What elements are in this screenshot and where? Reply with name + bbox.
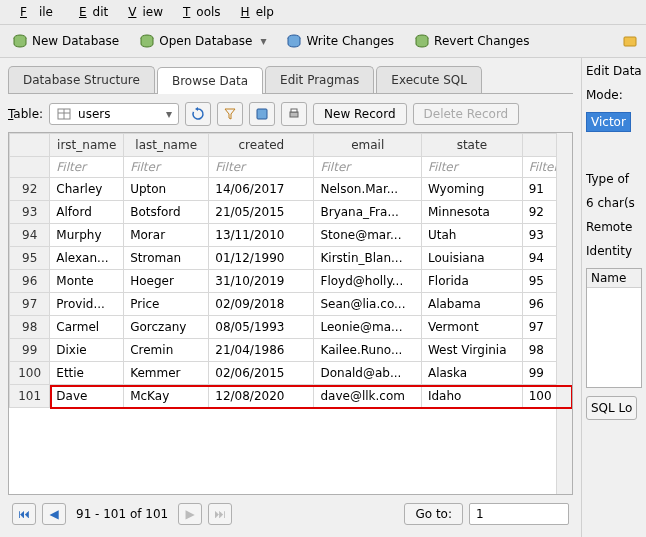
filter-email[interactable]: Filter	[314, 157, 421, 178]
cell[interactable]: McKay	[124, 385, 209, 408]
cell[interactable]: Stone@mar...	[314, 224, 421, 247]
cell[interactable]: Kemmer	[124, 362, 209, 385]
cell[interactable]: Charley	[50, 178, 124, 201]
tab-database-structure[interactable]: Database Structure	[8, 66, 155, 93]
cell[interactable]: Alexan...	[50, 247, 124, 270]
menu-view[interactable]: View	[116, 3, 169, 21]
cell[interactable]: Leonie@ma...	[314, 316, 421, 339]
cell[interactable]: Kirstin_Blan...	[314, 247, 421, 270]
save-button[interactable]	[249, 102, 275, 126]
filter-created[interactable]: Filter	[209, 157, 314, 178]
cell[interactable]: 94	[10, 224, 50, 247]
table-row[interactable]: 101DaveMcKay12/08/2020dave@llk.comIdaho1…	[10, 385, 572, 408]
cell[interactable]: Dave	[50, 385, 124, 408]
remote-list[interactable]: Name	[586, 268, 642, 388]
first-page-button[interactable]: ⏮	[12, 503, 36, 525]
cell[interactable]: Wyoming	[421, 178, 522, 201]
cell[interactable]: Gorczany	[124, 316, 209, 339]
cell[interactable]: Donald@ab...	[314, 362, 421, 385]
print-button[interactable]	[281, 102, 307, 126]
col-first-name[interactable]: irst_name	[50, 134, 124, 157]
attach-icon[interactable]	[622, 33, 638, 49]
cell-value[interactable]: Victor	[586, 112, 631, 132]
table-row[interactable]: 95Alexan...Stroman01/12/1990Kirstin_Blan…	[10, 247, 572, 270]
cell[interactable]: 02/09/2018	[209, 293, 314, 316]
cell[interactable]: Floyd@holly...	[314, 270, 421, 293]
col-created[interactable]: created	[209, 134, 314, 157]
filter-first-name[interactable]: Filter	[50, 157, 124, 178]
cell[interactable]: 100	[10, 362, 50, 385]
cell[interactable]: 01/12/1990	[209, 247, 314, 270]
new-record-button[interactable]: New Record	[313, 103, 406, 125]
cell[interactable]: Upton	[124, 178, 209, 201]
cell[interactable]: Kailee.Runo...	[314, 339, 421, 362]
cell[interactable]: 98	[10, 316, 50, 339]
cell[interactable]: 97	[10, 293, 50, 316]
table-combo[interactable]: users ▾	[49, 103, 179, 125]
cell[interactable]: 13/11/2010	[209, 224, 314, 247]
tab-execute-sql[interactable]: Execute SQL	[376, 66, 482, 93]
cell[interactable]: 12/08/2020	[209, 385, 314, 408]
cell[interactable]: 21/04/1986	[209, 339, 314, 362]
prev-page-button[interactable]: ◀	[42, 503, 66, 525]
cell[interactable]: 14/06/2017	[209, 178, 314, 201]
tab-edit-pragmas[interactable]: Edit Pragmas	[265, 66, 374, 93]
filter-last-name[interactable]: Filter	[124, 157, 209, 178]
cell[interactable]: Florida	[421, 270, 522, 293]
cell[interactable]: 92	[10, 178, 50, 201]
table-row[interactable]: 93AlfordBotsford21/05/2015Bryana_Fra...M…	[10, 201, 572, 224]
cell[interactable]: Idaho	[421, 385, 522, 408]
cell[interactable]: Price	[124, 293, 209, 316]
menu-tools[interactable]: Tools	[171, 3, 227, 21]
cell[interactable]: Hoeger	[124, 270, 209, 293]
col-state[interactable]: state	[421, 134, 522, 157]
clear-filter-button[interactable]	[217, 102, 243, 126]
cell[interactable]: Minnesota	[421, 201, 522, 224]
cell[interactable]: 93	[10, 201, 50, 224]
cell[interactable]: dave@llk.com	[314, 385, 421, 408]
cell[interactable]: Alaska	[421, 362, 522, 385]
col-email[interactable]: email	[314, 134, 421, 157]
vertical-scrollbar[interactable]	[556, 133, 572, 494]
sql-log-button[interactable]: SQL Lo	[586, 396, 637, 420]
cell[interactable]: 31/10/2019	[209, 270, 314, 293]
cell[interactable]: Dixie	[50, 339, 124, 362]
cell[interactable]: 101	[10, 385, 50, 408]
menu-help[interactable]: Help	[229, 3, 280, 21]
cell[interactable]: 95	[10, 247, 50, 270]
table-row[interactable]: 94MurphyMorar13/11/2010Stone@mar...Utah9…	[10, 224, 572, 247]
cell[interactable]: Alabama	[421, 293, 522, 316]
cell[interactable]: 96	[10, 270, 50, 293]
cell[interactable]: Carmel	[50, 316, 124, 339]
goto-button[interactable]: Go to:	[404, 503, 463, 525]
refresh-button[interactable]	[185, 102, 211, 126]
dropdown-icon[interactable]: ▾	[260, 34, 266, 48]
cell[interactable]: Sean@lia.co...	[314, 293, 421, 316]
table-row[interactable]: 97Provid...Price02/09/2018Sean@lia.co...…	[10, 293, 572, 316]
table-row[interactable]: 99DixieCremin21/04/1986Kailee.Runo...Wes…	[10, 339, 572, 362]
cell[interactable]: Ettie	[50, 362, 124, 385]
menu-edit[interactable]: Edit	[67, 3, 114, 21]
col-last-name[interactable]: last_name	[124, 134, 209, 157]
cell[interactable]: Nelson.Mar...	[314, 178, 421, 201]
cell[interactable]: West Virginia	[421, 339, 522, 362]
cell[interactable]: Alford	[50, 201, 124, 224]
cell[interactable]: Bryana_Fra...	[314, 201, 421, 224]
cell[interactable]: Stroman	[124, 247, 209, 270]
table-row[interactable]: 100EttieKemmer02/06/2015Donald@ab...Alas…	[10, 362, 572, 385]
cell[interactable]: 21/05/2015	[209, 201, 314, 224]
name-column-header[interactable]: Name	[587, 269, 641, 288]
revert-changes-button[interactable]: Revert Changes	[410, 31, 533, 51]
col-rownum[interactable]	[10, 134, 50, 157]
cell[interactable]: Provid...	[50, 293, 124, 316]
cell[interactable]: Cremin	[124, 339, 209, 362]
write-changes-button[interactable]: Write Changes	[282, 31, 398, 51]
cell[interactable]: 08/05/1993	[209, 316, 314, 339]
cell[interactable]: Vermont	[421, 316, 522, 339]
cell[interactable]: Murphy	[50, 224, 124, 247]
table-row[interactable]: 96MonteHoeger31/10/2019Floyd@holly...Flo…	[10, 270, 572, 293]
new-database-button[interactable]: New Database	[8, 31, 123, 51]
table-row[interactable]: 92CharleyUpton14/06/2017Nelson.Mar...Wyo…	[10, 178, 572, 201]
cell[interactable]: 99	[10, 339, 50, 362]
tab-browse-data[interactable]: Browse Data	[157, 67, 263, 94]
